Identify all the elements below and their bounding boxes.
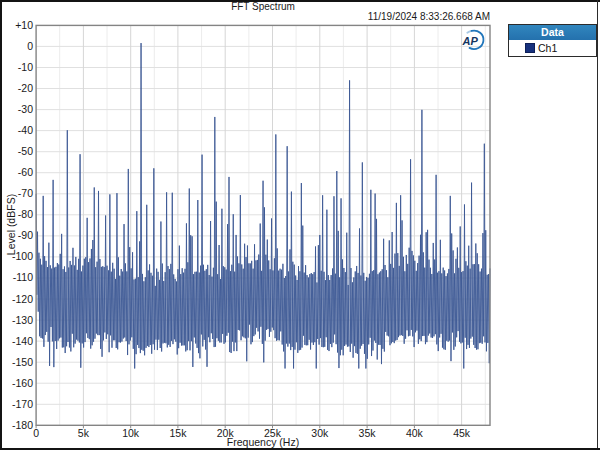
x-tick-label: 25k (253, 428, 293, 439)
y-tick-label: -30 (0, 104, 33, 115)
y-tick-label: -10 (0, 62, 33, 73)
x-tick-label: 45k (442, 428, 482, 439)
plot-canvas: AP (0, 0, 600, 450)
x-tick-label: 30k (300, 428, 340, 439)
y-tick-label: -110 (0, 272, 33, 283)
y-tick-label: -70 (0, 188, 33, 199)
y-tick-label: -60 (0, 167, 33, 178)
y-tick-label: -180 (0, 420, 33, 431)
legend-header[interactable]: Data (509, 25, 596, 40)
y-tick-label: -20 (0, 83, 33, 94)
grid-major-vertical (83, 25, 461, 425)
panel-frame-left (0, 0, 2, 450)
panel-frame-top (0, 0, 600, 2)
ap-logo-text: AP (462, 35, 479, 47)
y-tick-label: -170 (0, 399, 33, 410)
panel-frame-right (597, 0, 598, 450)
fft-spectrum-panel: AP FFT Spectrum 11/19/2024 8:33:26.668 A… (0, 0, 600, 450)
timestamp: 11/19/2024 8:33:26.668 AM (190, 11, 490, 22)
y-tick-label: -140 (0, 336, 33, 347)
y-tick-label: -80 (0, 209, 33, 220)
x-tick-label: 40k (394, 428, 434, 439)
y-tick-label: -100 (0, 251, 33, 262)
y-tick-label: -40 (0, 125, 33, 136)
x-tick-label: 35k (347, 428, 387, 439)
x-tick-label: 5k (63, 428, 103, 439)
y-tick-label: +10 (0, 20, 33, 31)
x-tick-label: 10k (111, 428, 151, 439)
legend-row[interactable]: Ch1 (509, 40, 596, 56)
legend-box[interactable]: Data Ch1 (508, 24, 597, 57)
y-tick-label: -120 (0, 294, 33, 305)
y-tick-label: -50 (0, 146, 33, 157)
y-tick-label: 0 (0, 41, 33, 52)
y-tick-label: -150 (0, 357, 33, 368)
x-tick-label: 15k (158, 428, 198, 439)
y-tick-label: -90 (0, 230, 33, 241)
legend-swatch-ch1 (525, 43, 535, 53)
y-tick-label: -160 (0, 378, 33, 389)
x-tick-label: 20k (205, 428, 245, 439)
legend-label-ch1: Ch1 (538, 42, 557, 54)
ap-logo: AP (462, 31, 484, 49)
y-tick-label: -130 (0, 315, 33, 326)
